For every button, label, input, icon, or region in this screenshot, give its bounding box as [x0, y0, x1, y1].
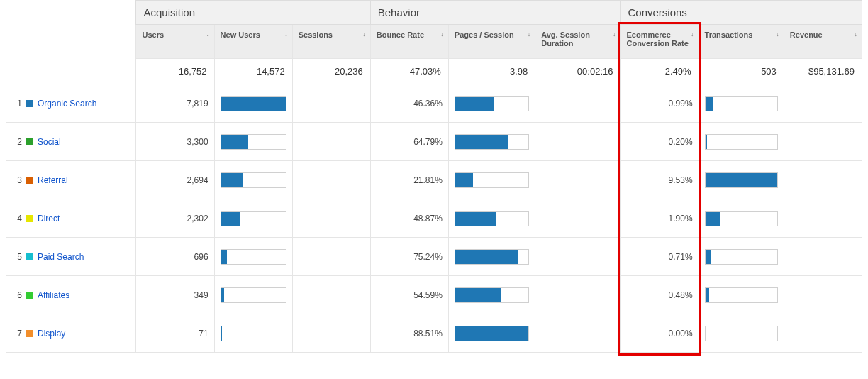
cell-revenue-bar — [784, 276, 862, 314]
table-row: 3Referral2,69421.81%9.53% — [6, 161, 862, 199]
sort-icon: ↓ — [613, 31, 616, 38]
total-bounce: 47.03% — [370, 59, 448, 84]
channel-cell: 2Social — [6, 123, 136, 161]
col-header-sessions[interactable]: Sessions ↓ — [292, 25, 370, 59]
channel-cell: 5Paid Search — [6, 238, 136, 276]
cell-duration-bar — [535, 161, 621, 199]
cell-new-users-bar — [214, 84, 292, 123]
col-header-pages[interactable]: Pages / Session ↓ — [448, 25, 535, 59]
channel-link[interactable]: Display — [38, 329, 65, 339]
cell-users: 7,819 — [136, 84, 214, 123]
cell-revenue-bar — [784, 123, 862, 161]
cell-users: 71 — [136, 314, 214, 353]
blank — [6, 1, 136, 25]
cell-bounce: 88.51% — [370, 314, 448, 353]
channel-link[interactable]: Social — [38, 137, 61, 147]
bar-inner — [706, 135, 707, 149]
cell-users: 2,694 — [136, 161, 214, 199]
cell-duration-bar — [535, 199, 621, 238]
col-header-bounce[interactable]: Bounce Rate ↓ — [370, 25, 448, 59]
channel-color-swatch — [26, 215, 33, 222]
row-number: 7 — [12, 329, 22, 339]
sort-icon: ↓ — [528, 31, 531, 38]
bar-inner — [221, 97, 286, 111]
bar-outer — [221, 172, 286, 188]
bar-outer — [221, 326, 286, 341]
bar-inner — [221, 326, 222, 341]
bar-outer — [221, 96, 286, 111]
table-row: 6Affiliates34954.59%0.48% — [6, 276, 862, 314]
channel-color-swatch — [26, 177, 33, 184]
col-label: Ecommerce Conversion Rate — [626, 31, 688, 48]
col-label: Sessions — [299, 31, 333, 39]
cell-revenue-bar — [784, 238, 862, 276]
col-header-new-users[interactable]: New Users ↓ — [214, 25, 292, 59]
col-label: Users — [142, 31, 164, 39]
bar-outer — [455, 134, 529, 150]
bar-outer — [455, 96, 529, 111]
bar-inner — [706, 212, 720, 226]
group-acquisition-span — [214, 1, 292, 25]
cell-revenue-bar — [784, 314, 862, 353]
cell-duration-bar — [535, 84, 621, 123]
col-header-revenue[interactable]: Revenue ↓ — [784, 25, 862, 59]
group-label: Acquisition — [143, 6, 195, 18]
row-number: 5 — [12, 252, 22, 262]
col-label: Bounce Rate — [377, 31, 424, 39]
cell-pages-bar — [448, 238, 535, 276]
bar-inner — [221, 173, 243, 187]
channel-link[interactable]: Organic Search — [38, 99, 96, 109]
cell-transactions-bar — [699, 199, 784, 238]
channel-link[interactable]: Paid Search — [38, 252, 84, 262]
cell-transactions-bar — [699, 84, 784, 123]
sort-desc-icon: ↓ — [206, 31, 210, 38]
bar-outer — [705, 96, 778, 111]
col-header-duration[interactable]: Avg. Session Duration ↓ — [535, 25, 621, 59]
bar-inner — [455, 97, 494, 111]
column-header-row: Users ↓ New Users ↓ Sessions ↓ Bounce Ra… — [6, 25, 862, 59]
total-new-users: 14,572 — [214, 59, 292, 84]
cell-duration-bar — [535, 123, 621, 161]
cell-new-users-bar — [214, 314, 292, 353]
bar-inner — [455, 250, 518, 264]
bar-inner — [455, 326, 528, 341]
channel-link[interactable]: Direct — [38, 214, 60, 224]
cell-pages-bar — [448, 161, 535, 199]
cell-new-users-bar — [214, 238, 292, 276]
cell-bounce: 54.59% — [370, 276, 448, 314]
bar-inner — [455, 212, 496, 226]
bar-inner — [221, 250, 227, 264]
row-number: 4 — [12, 214, 22, 224]
channel-color-swatch — [26, 138, 33, 145]
bar-inner — [455, 135, 509, 149]
cell-pages-bar — [448, 123, 535, 161]
channel-cell: 3Referral — [6, 161, 136, 199]
cell-revenue-bar — [784, 161, 862, 199]
table-row: 7Display7188.51%0.00% — [6, 314, 862, 353]
column-group-header-row: Acquisition Behavior Conversions — [6, 1, 862, 25]
cell-ecr: 0.20% — [621, 123, 699, 161]
col-header-users[interactable]: Users ↓ — [136, 25, 214, 59]
cell-new-users-bar — [214, 199, 292, 238]
sort-icon: ↓ — [440, 31, 444, 38]
totals-row: 16,752 14,572 20,236 47.03% 3.98 00:02:1… — [6, 59, 862, 84]
cell-pages-bar — [448, 276, 535, 314]
col-label: Revenue — [790, 31, 823, 39]
total-sessions: 20,236 — [292, 59, 370, 84]
channel-link[interactable]: Affiliates — [38, 290, 69, 300]
col-header-transactions[interactable]: Transactions ↓ — [699, 25, 784, 59]
group-label: Conversions — [628, 6, 686, 18]
total-users: 16,752 — [136, 59, 214, 84]
cell-transactions-bar — [699, 276, 784, 314]
channel-link[interactable]: Referral — [38, 175, 68, 185]
analytics-channels-table: Acquisition Behavior Conversions Users ↓ — [0, 0, 868, 356]
col-header-ecr[interactable]: Ecommerce Conversion Rate ↓ — [621, 25, 699, 59]
cell-pages-bar — [448, 199, 535, 238]
total-revenue: $95,131.69 — [784, 59, 862, 84]
bar-outer — [221, 211, 286, 226]
cell-revenue-bar — [784, 84, 862, 123]
row-number: 2 — [12, 137, 22, 147]
cell-sessions-bar — [292, 314, 370, 353]
cell-ecr: 0.99% — [621, 84, 699, 123]
cell-users: 349 — [136, 276, 214, 314]
